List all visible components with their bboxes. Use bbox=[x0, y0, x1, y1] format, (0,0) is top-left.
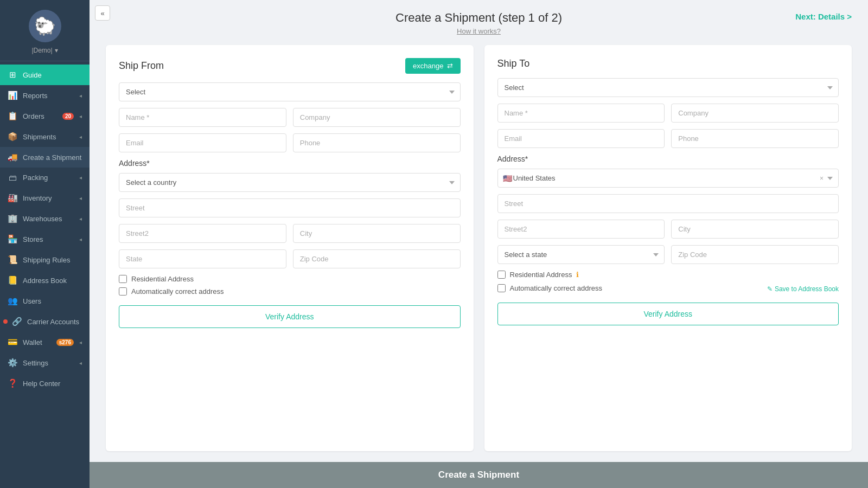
sidebar-item-shipments[interactable]: 📦 Shipments ◂ bbox=[0, 126, 90, 147]
sidebar-collapse-button[interactable]: « bbox=[95, 5, 110, 21]
how-it-works-link[interactable]: How it works? bbox=[457, 27, 501, 35]
demo-label[interactable]: |Demo| ▾ bbox=[31, 47, 58, 54]
sidebar-label-shipping-rules: Shipping Rules bbox=[23, 256, 82, 264]
save-to-address-book-link[interactable]: ✎ Save to Address Book bbox=[767, 285, 839, 293]
orders-icon: 📋 bbox=[8, 111, 17, 121]
wallet-badge: s276 bbox=[56, 339, 74, 346]
ship-to-name-input[interactable] bbox=[497, 104, 665, 123]
ship-from-name-input[interactable] bbox=[119, 108, 286, 127]
sidebar-item-orders[interactable]: 📋 Orders 20 ◂ bbox=[0, 106, 90, 126]
ship-from-zip-input[interactable] bbox=[293, 249, 461, 268]
sidebar-item-warehouses[interactable]: 🏢 Warehouses ◂ bbox=[0, 208, 90, 229]
sidebar-item-settings[interactable]: ⚙️ Settings ◂ bbox=[0, 352, 90, 373]
ship-to-street2-city-row bbox=[497, 220, 839, 239]
sidebar-item-carrier-accounts[interactable]: 🔗 Carrier Accounts bbox=[0, 311, 90, 332]
sidebar-label-inventory: Inventory bbox=[23, 194, 74, 202]
ship-from-street-input[interactable] bbox=[119, 198, 461, 217]
address-book-icon: 📒 bbox=[8, 275, 17, 285]
ship-to-verify-label: Verify Address bbox=[644, 310, 693, 318]
orders-badge: 20 bbox=[62, 113, 74, 120]
ship-from-verify-label: Verify Address bbox=[265, 312, 314, 321]
ship-to-company-input[interactable] bbox=[671, 104, 839, 123]
shipping-rules-icon: 📜 bbox=[8, 255, 17, 265]
ship-from-phone-input[interactable] bbox=[293, 133, 461, 152]
ship-from-residential-row: Residential Address bbox=[119, 275, 461, 283]
ship-from-autocorrect-checkbox[interactable] bbox=[119, 287, 127, 296]
sidebar-label-reports: Reports bbox=[23, 92, 74, 100]
ship-from-email-input[interactable] bbox=[119, 133, 286, 152]
shipments-icon: 📦 bbox=[8, 132, 17, 142]
packing-icon: 🗃 bbox=[8, 173, 17, 182]
ship-from-panel: Ship From exchange ⇄ Select Address* bbox=[106, 45, 474, 451]
ship-from-address-select[interactable]: Select bbox=[119, 82, 461, 101]
us-flag-icon: 🇺🇸 bbox=[503, 174, 512, 183]
ship-to-street-group bbox=[497, 194, 839, 213]
sidebar-label-carrier-accounts: Carrier Accounts bbox=[27, 318, 82, 326]
main-content: « Create a Shipment (step 1 of 2) How it… bbox=[90, 0, 868, 488]
ship-from-country-group: Select a country bbox=[119, 173, 461, 192]
settings-icon: ⚙️ bbox=[8, 358, 17, 368]
ship-to-title: Ship To bbox=[497, 58, 530, 69]
ship-from-street2-input[interactable] bbox=[119, 224, 286, 243]
ship-from-company-input[interactable] bbox=[293, 108, 461, 127]
ship-to-country-select[interactable]: United States bbox=[497, 169, 839, 188]
sidebar-item-reports[interactable]: 📊 Reports ◂ bbox=[0, 85, 90, 106]
exchange-button[interactable]: exchange ⇄ bbox=[405, 58, 460, 74]
ship-from-email-phone-row bbox=[119, 133, 461, 152]
ship-to-phone-input[interactable] bbox=[671, 129, 839, 148]
sidebar-item-stores[interactable]: 🏪 Stores ◂ bbox=[0, 229, 90, 249]
sidebar-item-shipping-rules[interactable]: 📜 Shipping Rules bbox=[0, 249, 90, 270]
sidebar-item-guide[interactable]: ⊞ Guide bbox=[0, 65, 90, 85]
sidebar-logo: 🐑 |Demo| ▾ bbox=[0, 0, 90, 61]
exchange-icon: ⇄ bbox=[447, 62, 453, 70]
save-icon: ✎ bbox=[767, 285, 773, 293]
stores-icon: 🏪 bbox=[8, 234, 17, 244]
ship-from-city-input[interactable] bbox=[293, 224, 461, 243]
ship-from-residential-label: Residential Address bbox=[131, 275, 194, 283]
ship-to-street2-input[interactable] bbox=[497, 220, 665, 239]
country-clear-icon[interactable]: × bbox=[820, 175, 824, 182]
wallet-icon: 💳 bbox=[8, 337, 17, 347]
next-details-button[interactable]: Next: Details > bbox=[795, 12, 852, 21]
sidebar-item-packing[interactable]: 🗃 Packing ◂ bbox=[0, 168, 90, 188]
sidebar-item-inventory[interactable]: 🏭 Inventory ◂ bbox=[0, 188, 90, 208]
ship-to-address-select[interactable]: Select bbox=[497, 78, 839, 97]
ship-to-street-input[interactable] bbox=[497, 194, 839, 213]
ship-from-state-input[interactable] bbox=[119, 249, 286, 268]
reports-icon: 📊 bbox=[8, 91, 17, 100]
ship-to-residential-checkbox[interactable] bbox=[497, 271, 506, 279]
page-title: Create a Shipment (step 1 of 2) bbox=[90, 11, 868, 25]
demo-text: |Demo| bbox=[31, 47, 52, 54]
chevron-icon: ◂ bbox=[79, 134, 82, 140]
chevron-down-icon: ▾ bbox=[55, 47, 58, 54]
ship-to-email-phone-row bbox=[497, 129, 839, 148]
ship-to-autocorrect-row: Automatically correct address ✎ Save to … bbox=[497, 283, 839, 293]
chevron-icon: ◂ bbox=[79, 93, 82, 99]
ship-to-name-company-row bbox=[497, 104, 839, 123]
ship-to-autocorrect-checkbox[interactable] bbox=[497, 284, 506, 292]
create-shipment-icon: 🚚 bbox=[8, 152, 17, 162]
sidebar-item-create-shipment[interactable]: 🚚 Create a Shipment bbox=[0, 147, 90, 168]
sidebar-label-help-center: Help Center bbox=[23, 380, 82, 388]
ship-to-email-input[interactable] bbox=[497, 129, 665, 148]
sidebar-item-wallet[interactable]: 💳 Wallet s276 ◂ bbox=[0, 332, 90, 352]
ship-to-city-input[interactable] bbox=[671, 220, 839, 239]
sidebar-item-address-book[interactable]: 📒 Address Book bbox=[0, 270, 90, 291]
ship-from-verify-button[interactable]: Verify Address bbox=[119, 305, 461, 328]
sidebar-item-help-center[interactable]: ❓ Help Center bbox=[0, 373, 90, 394]
chevron-icon: ◂ bbox=[79, 195, 82, 201]
avatar: 🐑 bbox=[29, 10, 61, 42]
ship-to-select-group: Select bbox=[497, 78, 839, 97]
ship-from-address-label: Address* bbox=[119, 159, 461, 168]
residential-info-icon: ℹ bbox=[576, 271, 579, 279]
sidebar-label-shipments: Shipments bbox=[23, 133, 74, 141]
ship-from-state-zip-row bbox=[119, 249, 461, 268]
warehouses-icon: 🏢 bbox=[8, 214, 17, 223]
sidebar-label-packing: Packing bbox=[23, 174, 74, 182]
ship-to-verify-button[interactable]: Verify Address bbox=[497, 303, 839, 325]
ship-to-zip-input[interactable] bbox=[671, 245, 839, 264]
ship-from-residential-checkbox[interactable] bbox=[119, 275, 127, 283]
ship-from-country-select[interactable]: Select a country bbox=[119, 173, 461, 192]
sidebar-item-users[interactable]: 👥 Users bbox=[0, 291, 90, 311]
ship-to-state-select[interactable]: Select a state bbox=[497, 245, 665, 264]
